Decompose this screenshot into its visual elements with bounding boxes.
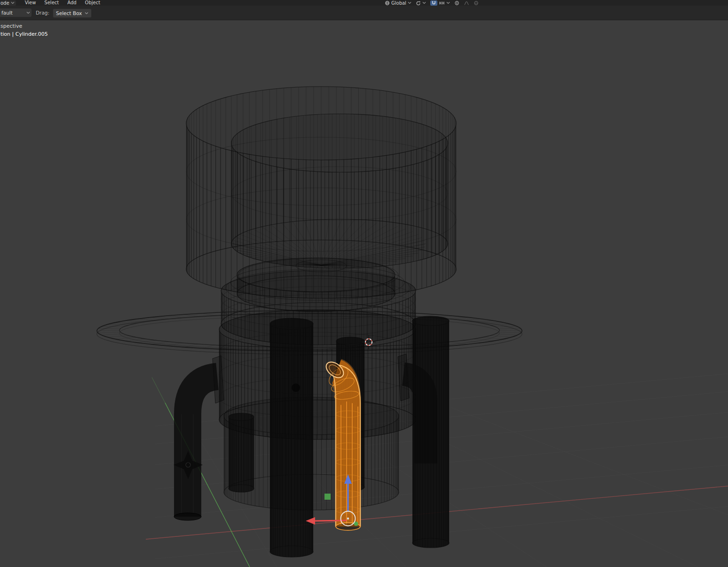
drag-label: Drag:: [36, 8, 49, 17]
snap-options-icon[interactable]: [474, 0, 479, 6]
chevron-down-icon: [446, 1, 450, 5]
menu-view[interactable]: View: [21, 0, 40, 6]
menu-add[interactable]: Add: [63, 0, 80, 6]
chevron-down-icon: [26, 11, 30, 15]
viewport-3d[interactable]: [0, 0, 728, 567]
transform-orientation-label: Global: [391, 0, 406, 6]
rotation-increment-icon: [416, 0, 421, 6]
snap-controls[interactable]: [430, 0, 450, 6]
menu-object[interactable]: Object: [81, 0, 105, 6]
snap-magnet-icon[interactable]: [430, 0, 437, 6]
chevron-down-icon: [408, 1, 411, 5]
transform-orientation-icon: [385, 0, 390, 6]
drag-tool-label: Select Box: [56, 10, 82, 16]
chevron-down-icon: [422, 1, 426, 5]
workspace-dropdown[interactable]: fault: [0, 8, 32, 17]
transform-orientation-dropdown[interactable]: Global: [385, 0, 411, 6]
viewport-header: ode View Select Add Object Global: [0, 0, 728, 6]
chevron-down-icon: [11, 1, 15, 5]
proportional-editing-icon[interactable]: [454, 0, 459, 6]
wireframe-model[interactable]: [97, 87, 522, 557]
snap-target-icon[interactable]: [439, 0, 445, 6]
rotation-snap-dropdown[interactable]: [416, 0, 426, 6]
proportional-falloff-icon[interactable]: [464, 0, 469, 6]
mode-dropdown[interactable]: ode: [0, 0, 16, 6]
menu-select[interactable]: Select: [40, 0, 63, 6]
tool-settings-bar: fault Drag: Select Box: [0, 6, 728, 20]
gizmo-plane-handle[interactable]: [324, 494, 331, 500]
drag-tool-dropdown[interactable]: Select Box: [53, 8, 92, 18]
workspace-dropdown-label: fault: [1, 10, 13, 16]
mode-dropdown-label: ode: [0, 0, 9, 6]
chevron-down-icon: [85, 11, 88, 15]
